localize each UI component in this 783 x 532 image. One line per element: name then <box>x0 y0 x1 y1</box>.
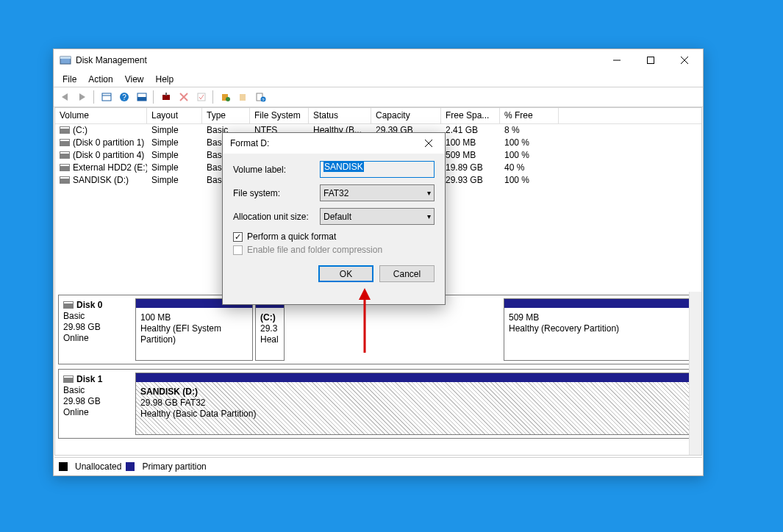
svg-point-18 <box>226 97 230 101</box>
format-dialog: Format D: Volume label: SANDISK File sys… <box>222 132 446 305</box>
disk0-part1[interactable]: (C:)29.3Heal <box>255 298 285 361</box>
forward-button[interactable] <box>74 89 90 105</box>
quick-format-checkbox[interactable] <box>233 232 243 242</box>
svg-rect-13 <box>165 93 167 96</box>
action-button[interactable] <box>235 89 251 105</box>
dialog-close-button[interactable] <box>414 133 443 154</box>
help-button[interactable]: ? <box>116 89 132 105</box>
maximize-button[interactable] <box>634 49 668 71</box>
cell-name: (C:) <box>55 124 147 137</box>
filesystem-label: File system: <box>233 188 320 198</box>
disk-icon <box>60 176 70 184</box>
cell-pfree: 100 % <box>500 149 559 162</box>
disk1-size: 29.98 GB <box>63 396 101 406</box>
svg-rect-3 <box>648 57 654 64</box>
disk0-label[interactable]: Disk 0 Basic 29.98 GB Online <box>59 295 132 364</box>
part-size: 29.3 <box>260 323 277 334</box>
list-header[interactable]: Volume Layout Type File System Status Ca… <box>55 108 701 124</box>
svg-rect-11 <box>137 97 146 101</box>
menu-file[interactable]: File <box>57 73 82 86</box>
cell-pfree: 40 % <box>500 162 559 174</box>
svg-rect-1 <box>60 57 71 59</box>
svg-rect-12 <box>162 95 170 100</box>
properties-button[interactable] <box>193 89 210 105</box>
rescan-button[interactable] <box>218 89 234 105</box>
app-icon <box>60 54 71 66</box>
filesystem-combo[interactable]: FAT32▾ <box>320 184 435 201</box>
disk0-part0[interactable]: 100 MBHealthy (EFI System Partition) <box>135 298 253 361</box>
disk0-name: Disk 0 <box>76 300 102 310</box>
delete-button[interactable] <box>176 89 192 105</box>
disk0-part2[interactable]: 509 MBHealthy (Recovery Partition) <box>504 298 695 361</box>
disk1-part0[interactable]: SANDISK (D:)29.98 GB FAT32Healthy (Basic… <box>135 373 695 435</box>
vertical-scrollbar[interactable] <box>689 292 701 455</box>
compression-label: Enable file and folder compression <box>247 245 382 255</box>
part-size: 29.98 GB FAT32 <box>140 398 206 408</box>
col-layout[interactable]: Layout <box>147 108 202 123</box>
filesystem-value: FAT32 <box>323 188 348 198</box>
show-list-button[interactable] <box>99 89 115 105</box>
svg-rect-6 <box>102 93 111 101</box>
quick-format-label: Perform a quick format <box>247 231 336 242</box>
col-type[interactable]: Type <box>202 108 250 123</box>
title-bar[interactable]: Disk Management <box>54 49 703 71</box>
col-freespace[interactable]: Free Spa... <box>441 108 500 123</box>
disk1-label[interactable]: Disk 1 Basic 29.98 GB Online <box>59 370 132 438</box>
dialog-title: Format D: <box>230 138 414 148</box>
ok-button[interactable]: OK <box>318 265 373 282</box>
part-status: Heal <box>260 334 279 345</box>
menu-view[interactable]: View <box>119 73 150 86</box>
disk0-block[interactable]: Disk 0 Basic 29.98 GB Online 100 MBHealt… <box>58 295 698 364</box>
legend-primary-label: Primary partition <box>142 461 206 472</box>
cell-pfree: 8 % <box>500 124 559 137</box>
compression-row: Enable file and folder compression <box>233 245 435 255</box>
window-title: Disk Management <box>76 55 600 65</box>
cell-free: 100 MB <box>441 137 500 149</box>
quick-format-row[interactable]: Perform a quick format <box>233 231 435 242</box>
part-title: (C:) <box>260 312 276 323</box>
disk-icon <box>60 164 70 171</box>
part-size: 509 MB <box>509 312 539 323</box>
chevron-down-icon: ▾ <box>427 189 431 197</box>
show-graph-button[interactable] <box>134 89 150 105</box>
part-status: Healthy (Recovery Partition) <box>509 323 619 334</box>
disk-icon <box>63 375 74 383</box>
alloc-size-label: Allocation unit size: <box>233 212 320 222</box>
help2-button[interactable]: ? <box>253 89 269 105</box>
part-status: Healthy (EFI System Partition) <box>140 323 221 345</box>
col-status[interactable]: Status <box>309 108 371 123</box>
toolbar-separator <box>153 89 155 105</box>
col-capacity[interactable]: Capacity <box>371 108 441 123</box>
cell-name: External HDD2 (E:) <box>55 162 147 174</box>
col-pctfree[interactable]: % Free <box>500 108 559 123</box>
minimize-button[interactable] <box>600 49 634 71</box>
svg-rect-16 <box>198 93 205 101</box>
cell-name: (Disk 0 partition 4) <box>55 149 147 162</box>
disk1-partitions: SANDISK (D:)29.98 GB FAT32Healthy (Basic… <box>132 370 698 438</box>
part-status: Healthy (Basic Data Partition) <box>140 409 256 419</box>
cell-pfree: 100 % <box>500 174 559 187</box>
cell-layout: Simple <box>147 124 202 137</box>
alloc-size-combo[interactable]: Default▾ <box>320 208 435 225</box>
disk1-block[interactable]: Disk 1 Basic 29.98 GB Online SANDISK (D:… <box>58 369 698 439</box>
volume-label-input[interactable]: SANDISK <box>320 161 435 178</box>
graphical-view: Disk 0 Basic 29.98 GB Online 100 MBHealt… <box>55 292 701 455</box>
cell-free: 509 MB <box>441 149 500 162</box>
settings-button[interactable] <box>158 89 174 105</box>
menu-action[interactable]: Action <box>82 73 118 86</box>
col-filesystem[interactable]: File System <box>250 108 309 123</box>
col-volume[interactable]: Volume <box>55 108 147 123</box>
window-controls <box>600 49 701 71</box>
cell-name: (Disk 0 partition 1) <box>55 137 147 149</box>
cell-layout: Simple <box>147 137 202 149</box>
disk-icon <box>63 301 74 309</box>
dialog-title-bar[interactable]: Format D: <box>223 133 445 154</box>
dialog-body: Volume label: SANDISK File system: FAT32… <box>223 154 445 290</box>
disk0-partitions: 100 MBHealthy (EFI System Partition) (C:… <box>132 295 698 364</box>
cancel-button[interactable]: Cancel <box>379 265 435 282</box>
disk0-size: 29.98 GB <box>63 322 101 332</box>
back-button[interactable] <box>57 89 73 105</box>
menu-help[interactable]: Help <box>150 73 180 86</box>
close-button[interactable] <box>668 49 701 71</box>
cell-name: SANDISK (D:) <box>55 174 147 187</box>
